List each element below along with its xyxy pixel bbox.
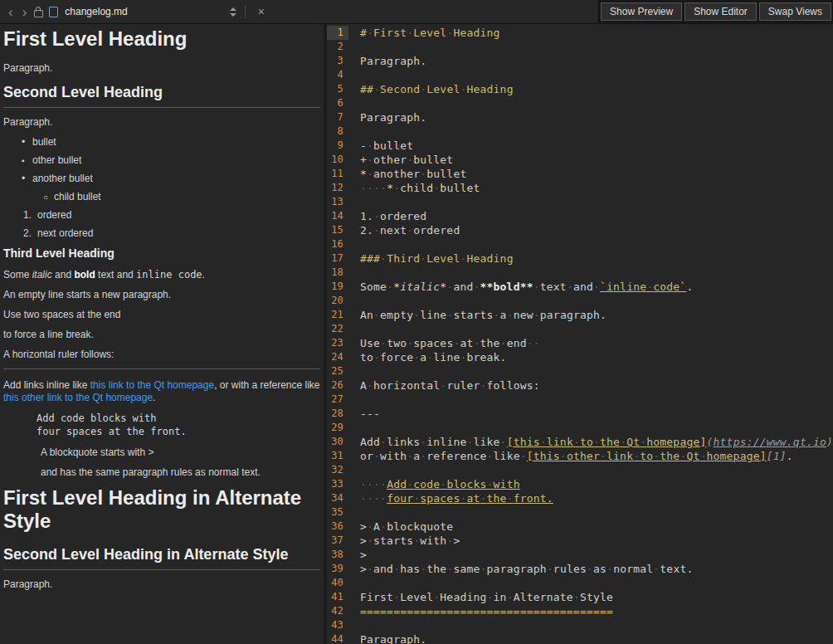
editor-line[interactable]: 25 [327,364,833,378]
line-number[interactable]: 35 [327,505,348,520]
document-tab-title[interactable]: changelog.md [65,6,127,17]
line-number[interactable]: 31 [327,449,348,463]
editor-line[interactable]: 32 [327,463,833,477]
editor-line[interactable]: 10+·other·bullet [327,153,833,167]
line-number[interactable]: 6 [327,96,348,110]
line-number[interactable]: 18 [327,266,348,280]
line-number[interactable]: 12 [327,181,348,195]
editor-line[interactable]: 31or·with·a·reference·like·[this·other·l… [327,449,833,463]
editor-line[interactable]: 22 [327,322,833,336]
line-number[interactable]: 4 [327,68,348,82]
line-number[interactable]: 39 [327,562,348,576]
line-number[interactable]: 24 [327,350,348,364]
editor-line[interactable]: 38> [327,548,833,562]
line-number[interactable]: 43 [327,618,348,632]
editor-line[interactable]: 24to·force·a·line·break. [327,350,833,364]
line-number[interactable]: 21 [327,308,348,322]
line-number[interactable]: 32 [327,463,348,477]
line-number[interactable]: 26 [327,378,348,393]
line-number[interactable]: 27 [327,393,348,407]
editor-line[interactable]: 40 [327,576,833,590]
line-number[interactable]: 22 [327,322,348,336]
editor-line[interactable]: 9-·bullet [327,139,833,153]
editor-line[interactable]: 1#·First·Level·Heading [327,26,833,40]
show-preview-button[interactable]: Show Preview [601,2,682,21]
document-tab[interactable]: ‹ › changelog.md × [0,0,275,23]
nav-back-icon[interactable]: ‹ [7,5,15,19]
line-number[interactable]: 19 [327,280,348,294]
editor-line[interactable]: 39>·and·has·the·same·paragraph·rules·as·… [327,562,833,576]
editor-line[interactable]: 6 [327,96,833,110]
editor-line[interactable]: 21An·empty·line·starts·a·new·paragraph. [327,308,833,322]
editor-line[interactable]: 23Use·two·spaces·at·the·end·· [327,336,833,350]
editor-line[interactable]: 17###·Third·Level·Heading [327,251,833,266]
editor-line[interactable]: 13 [327,195,833,209]
line-number[interactable]: 14 [327,209,348,223]
line-number[interactable]: 25 [327,364,348,378]
editor-line[interactable]: 19Some·*italic*·and·**bold**·text·and·`i… [327,280,833,294]
line-number[interactable]: 40 [327,576,348,590]
line-number[interactable]: 30 [327,435,348,449]
document-selector-icon[interactable] [230,7,236,17]
editor-line[interactable]: 37>·starts·with·> [327,534,833,548]
editor-line[interactable]: 11*·another·bullet [327,167,833,181]
line-number[interactable]: 28 [327,407,348,421]
editor-line[interactable]: 34····four·spaces·at·the·front. [327,491,833,505]
editor-line[interactable]: 43 [327,618,833,632]
line-number[interactable]: 17 [327,251,348,266]
show-editor-button[interactable]: Show Editor [684,2,757,21]
editor-line[interactable]: 42====================================== [327,604,833,618]
line-number[interactable]: 33 [327,477,348,491]
line-number[interactable]: 34 [327,491,348,505]
editor-line[interactable]: 3Paragraph. [327,54,833,68]
line-number[interactable]: 9 [327,139,348,153]
line-number[interactable]: 15 [327,223,348,237]
editor-line[interactable]: 29 [327,421,833,435]
editor-line[interactable]: 5##·Second·Level·Heading [327,82,833,96]
line-number[interactable]: 20 [327,294,348,308]
line-number[interactable]: 42 [327,604,348,618]
editor-line[interactable]: 20 [327,294,833,308]
lock-icon[interactable] [34,10,43,17]
nav-forward-icon[interactable]: › [21,5,29,19]
line-number[interactable]: 44 [327,632,348,644]
editor-line[interactable]: 7Paragraph. [327,110,833,124]
editor-line[interactable]: 30Add·links·inline·like·[this·link·to·th… [327,435,833,449]
line-number[interactable]: 23 [327,336,348,350]
line-number[interactable]: 7 [327,110,348,124]
editor-line[interactable]: 8 [327,124,833,139]
line-number[interactable]: 11 [327,167,348,181]
markdown-editor-pane[interactable]: 1#·First·Level·Heading23Paragraph.45##·S… [327,24,833,644]
line-number[interactable]: 38 [327,548,348,562]
editor-line[interactable]: 12····*·child·bullet [327,181,833,195]
line-number[interactable]: 29 [327,421,348,435]
editor-line[interactable]: 33····Add·code·blocks·with [327,477,833,491]
line-number[interactable]: 41 [327,590,348,604]
editor-line[interactable]: 35 [327,505,833,520]
editor-line[interactable]: 18 [327,266,833,280]
editor-line[interactable]: 2 [327,40,833,54]
line-number[interactable]: 2 [327,40,348,54]
editor-line[interactable]: 152.·next·ordered [327,223,833,237]
editor-line[interactable]: 27 [327,393,833,407]
editor-line[interactable]: 16 [327,237,833,251]
line-number[interactable]: 1 [327,26,348,40]
editor-line[interactable]: 44Paragraph. [327,632,833,644]
editor-line[interactable]: 26A·horizontal·ruler·follows: [327,378,833,393]
close-document-icon[interactable]: × [254,5,269,18]
line-number[interactable]: 8 [327,124,348,139]
line-number[interactable]: 16 [327,237,348,251]
line-number[interactable]: 36 [327,520,348,534]
line-number[interactable]: 10 [327,153,348,167]
editor-line[interactable]: 4 [327,68,833,82]
line-number[interactable]: 5 [327,82,348,96]
line-number[interactable]: 13 [327,195,348,209]
editor-line[interactable]: 28--- [327,407,833,421]
swap-views-button[interactable]: Swap Views [759,2,831,21]
editor-line[interactable]: 36>·A·blockquote [327,520,833,534]
line-number[interactable]: 37 [327,534,348,548]
qt-homepage-link[interactable]: this link to the Qt homepage [90,379,214,391]
qt-homepage-link[interactable]: this other link to the Qt homepage [3,392,153,403]
line-number[interactable]: 3 [327,54,348,68]
editor-line[interactable]: 141.·ordered [327,209,833,223]
